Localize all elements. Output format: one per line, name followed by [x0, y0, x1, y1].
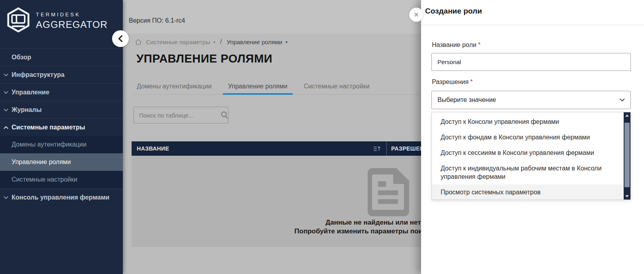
sidebar-subitem-управление-ролями[interactable]: Управление ролями	[0, 153, 123, 171]
sidebar-subitem-системные-настройки[interactable]: Системные настройки	[0, 171, 123, 188]
sidebar-submenu: Домены аутентификацииУправление ролямиСи…	[0, 136, 123, 188]
sidebar-item-журналы[interactable]: Журналы	[0, 101, 123, 118]
column-header-name[interactable]: НАЗВАНИЕ	[132, 141, 387, 156]
chevron-up-icon	[4, 126, 8, 129]
home-icon[interactable]	[135, 39, 142, 45]
termidesk-logo-icon	[6, 7, 30, 34]
search-icon[interactable]	[220, 111, 229, 119]
sidebar-item-label: Обзор	[12, 54, 31, 61]
table-search	[134, 107, 228, 123]
permissions-select-value: Выберите значение	[437, 96, 496, 104]
breadcrumb-level1-label: Системные параметры	[146, 39, 210, 45]
sidebar: TERMIDESK AGGREGATOR ОбзорИнфраструктура…	[0, 0, 123, 274]
chevron-down-icon	[4, 108, 8, 112]
permissions-options: Доступ к Консоли управления фермамиДосту…	[432, 114, 624, 200]
dropdown-option[interactable]: Просмотр системных параметров	[432, 184, 624, 200]
scroll-up-icon[interactable]	[624, 114, 630, 117]
required-asterisk: *	[470, 78, 473, 85]
sidebar-item-label: Журналы	[12, 106, 41, 114]
dropdown-option[interactable]: Доступ к сессииям в Консоли управления ф…	[432, 145, 624, 160]
permissions-dropdown: Доступ к Консоли управления фермамиДосту…	[431, 112, 631, 200]
caret-down-icon: ▾	[286, 40, 288, 44]
permissions-label: Разрешения*	[432, 78, 473, 86]
page-title: УПРАВЛЕНИЕ РОЛЯМИ	[136, 52, 272, 65]
dropdown-scrollbar[interactable]	[624, 112, 630, 200]
sort-icon[interactable]	[373, 146, 381, 152]
sidebar-item-консоль-управления-фермами[interactable]: Консоль управления фермами	[0, 188, 123, 206]
permissions-select[interactable]: Выберите значение	[431, 91, 631, 109]
drawer-title: Создание роли	[425, 7, 482, 16]
sidebar-nav: ОбзорИнфраструктураУправлениеЖурналыСист…	[0, 48, 123, 206]
create-role-drawer: Создание роли Название роли* Разрешения*…	[421, 0, 644, 274]
brand: TERMIDESK AGGREGATOR	[0, 0, 123, 34]
scroll-down-icon[interactable]	[624, 195, 630, 198]
breadcrumb-level1[interactable]: Системные параметры ▾	[146, 39, 215, 45]
breadcrumb-level2[interactable]: Управление ролями ▾	[226, 39, 288, 45]
dropdown-option[interactable]: Доступ к индивидуальным рабочим местам в…	[432, 160, 624, 184]
tab-домены-аутентификации[interactable]: Домены аутентификации	[132, 78, 217, 94]
dropdown-option[interactable]: Доступ к фондам в Консоли управления фер…	[432, 129, 624, 145]
tab-системные-настройки[interactable]: Системные настройки	[299, 78, 375, 94]
sidebar-collapse-button[interactable]	[112, 30, 129, 47]
sidebar-subitem-домены-аутентификации[interactable]: Домены аутентификации	[0, 136, 123, 153]
sidebar-item-системные-параметры[interactable]: Системные параметры	[0, 118, 123, 136]
dropdown-option[interactable]: Доступ к Консоли управления фермами	[432, 114, 624, 129]
chevron-left-icon	[118, 35, 123, 42]
role-name-label: Название роли*	[432, 41, 481, 49]
sidebar-item-управление[interactable]: Управление	[0, 83, 123, 101]
document-icon	[367, 168, 409, 216]
sidebar-item-label: Консоль управления фермами	[12, 194, 109, 201]
sidebar-item-обзор[interactable]: Обзор	[0, 48, 123, 66]
brand-line1: TERMIDESK	[36, 12, 108, 18]
breadcrumb: Системные параметры ▾ / Управление ролям…	[135, 38, 288, 45]
caret-down-icon: ▾	[213, 40, 215, 44]
chevron-down-icon	[4, 73, 8, 76]
breadcrumb-level2-label: Управление ролями	[226, 39, 282, 45]
sidebar-item-инфраструктура[interactable]: Инфраструктура	[0, 66, 123, 83]
drawer-close-button[interactable]: ✕	[409, 8, 423, 22]
permissions-label-text: Разрешения	[432, 78, 469, 85]
column-name-label: НАЗВАНИЕ	[137, 145, 169, 152]
chevron-down-icon	[4, 196, 8, 199]
brand-line2: AGGREGATOR	[36, 19, 108, 30]
drawer-header-divider	[421, 25, 644, 25]
sidebar-item-label: Управление	[12, 89, 49, 96]
software-version: Версия ПО: 6.1-rc4	[129, 17, 185, 24]
sidebar-item-label: Системные параметры	[12, 124, 85, 131]
sidebar-item-label: Инфраструктура	[12, 71, 65, 78]
chevron-down-icon	[4, 91, 8, 94]
scrollbar-thumb[interactable]	[624, 123, 630, 187]
required-asterisk: *	[478, 41, 481, 48]
tab-управление-ролями[interactable]: Управление ролями	[223, 78, 293, 94]
search-input[interactable]	[134, 112, 219, 119]
chevron-down-icon	[620, 98, 625, 102]
breadcrumb-separator: /	[220, 38, 222, 45]
role-name-label-text: Название роли	[432, 41, 477, 48]
role-name-input[interactable]	[431, 53, 631, 71]
